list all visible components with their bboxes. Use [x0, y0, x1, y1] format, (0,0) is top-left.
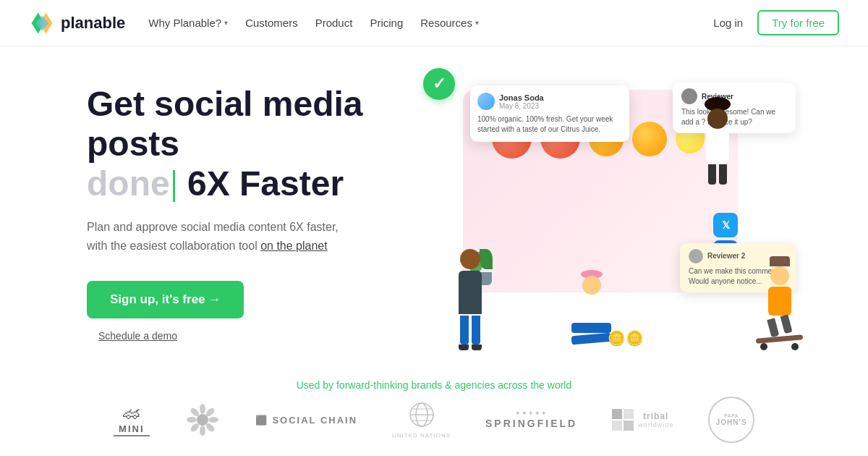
twitter-icon: 𝕏 [713, 213, 738, 237]
hero-content: Get social media posts done 6X Faster Pl… [87, 84, 434, 342]
commenter-avatar [681, 88, 697, 104]
cursor-blink [173, 170, 175, 202]
brand-papa-johns: PAPA JOHN'S [708, 405, 754, 434]
demo-link[interactable]: Schedule a demo [98, 330, 434, 342]
brand-tribal: tribal worldwide [612, 405, 673, 434]
logo-text: planable [61, 14, 125, 33]
svg-point-4 [200, 404, 205, 414]
character-top [705, 97, 731, 185]
nav-product[interactable]: Product [315, 17, 353, 29]
brands-row: 🏎 MINI ⬛ [58, 405, 810, 434]
checkmark-icon: ✓ [423, 68, 455, 100]
brand-social-chain: ⬛ SOCIAL CHAIN [255, 405, 357, 434]
nav-pricing[interactable]: Pricing [370, 17, 403, 29]
svg-point-3 [197, 414, 208, 426]
login-button[interactable]: Log in [713, 17, 743, 29]
logo[interactable]: planable [29, 10, 125, 36]
hero-section: Get social media posts done 6X Faster Pl… [0, 46, 868, 365]
nav-why-planable[interactable]: Why Planable? ▾ [148, 17, 228, 29]
character-skater [756, 256, 803, 350]
post-card-overlay: Jonas Soda May 8, 2023 100% organic. 100… [470, 85, 629, 142]
hero-subtitle: Plan and approve social media content 6X… [87, 218, 362, 255]
brand-springfield: ✦✦✦✦✦ SPRINGFIELD [485, 405, 577, 434]
comment-bubble-1: Reviewer This looks awesome! Can we add … [673, 83, 796, 133]
post-avatar [477, 93, 495, 110]
post-date: May 8, 2023 [499, 102, 544, 110]
navbar: planable Why Planable? ▾ Customers Produ… [0, 0, 868, 46]
svg-point-10 [187, 417, 197, 423]
post-user-name: Jonas Soda [499, 93, 544, 102]
brands-section: Used by forward-thinking brands & agenci… [0, 365, 868, 434]
hero-title: Get social media posts done 6X Faster [87, 84, 434, 204]
svg-point-8 [200, 426, 205, 436]
nav-customers[interactable]: Customers [245, 17, 298, 29]
navbar-left: planable Why Planable? ▾ Customers Produ… [29, 10, 479, 36]
comment-text-1: This looks awesome! Can we add a ? to sp… [681, 107, 787, 127]
brands-label: Used by forward-thinking brands & agenci… [58, 379, 810, 391]
character-sitting [571, 270, 611, 343]
brand-sunflower [184, 405, 221, 434]
chevron-down-icon: ▾ [224, 19, 228, 27]
hero-illustration: ✓ Jonas Soda May 8, 2023 100% organic. 1… [434, 75, 810, 350]
svg-point-6 [208, 417, 218, 423]
emoji-coins: 🪙🪙 [608, 329, 644, 347]
brand-mini: 🏎 MINI [114, 405, 150, 434]
post-text: 100% organic. 100% fresh. Get your week … [477, 114, 622, 135]
brand-united-nations: UNITED NATIONS [392, 405, 451, 434]
navbar-right: Log in Try for free [713, 10, 839, 35]
signup-button[interactable]: Sign up, it's free → [87, 281, 244, 318]
character-standing [448, 249, 492, 350]
try-for-free-button[interactable]: Try for free [757, 10, 839, 35]
nav-resources[interactable]: Resources ▾ [420, 17, 479, 29]
nav-links: Why Planable? ▾ Customers Product Pricin… [148, 17, 479, 29]
planable-logo-icon [29, 10, 55, 36]
commenter2-avatar [689, 249, 703, 263]
chevron-down-icon: ▾ [475, 19, 479, 27]
